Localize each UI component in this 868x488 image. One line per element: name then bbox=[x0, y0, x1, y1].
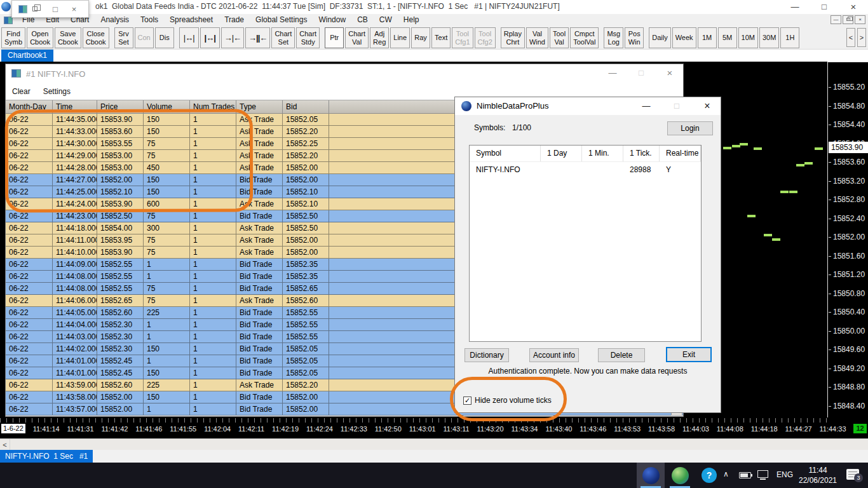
toolbar-group-1: FindSymbOpenCbookSaveCbookCloseCbook bbox=[1, 27, 109, 48]
restore-icon[interactable] bbox=[32, 6, 37, 11]
dialog-minimize-button[interactable]: — bbox=[636, 98, 656, 114]
dis-button[interactable]: Dis bbox=[155, 27, 174, 48]
horizontal-scrollbar[interactable]: < bbox=[0, 438, 868, 450]
compress-bars-bold-icon[interactable]: →||← bbox=[245, 27, 270, 48]
srv-set-button[interactable]: SrvSet bbox=[114, 27, 133, 48]
mdi-minimize-button[interactable]: — bbox=[831, 15, 841, 24]
help-tray-icon[interactable]: ? bbox=[702, 468, 717, 483]
clock[interactable]: 11:44 22/06/2021 bbox=[796, 465, 840, 485]
notification-center-icon[interactable]: 3 bbox=[846, 469, 859, 480]
1m-button[interactable]: 1M bbox=[698, 27, 717, 48]
network-icon[interactable] bbox=[757, 470, 768, 478]
daily-button[interactable]: Daily bbox=[649, 27, 670, 48]
menu-help[interactable]: Help bbox=[398, 14, 425, 26]
menu-tools[interactable]: Tools bbox=[135, 14, 164, 26]
chart-stdy-button[interactable]: ChartStdy bbox=[296, 27, 320, 48]
ray-button[interactable]: Ray bbox=[411, 27, 430, 48]
30m-button[interactable]: 30M bbox=[759, 27, 779, 48]
bar-spacing-wide-icon[interactable]: |↔| bbox=[200, 27, 220, 48]
tab-chartbook1[interactable]: Chartbook1 bbox=[1, 50, 53, 62]
dialog-close-button[interactable]: × bbox=[697, 98, 717, 114]
menu-analysis[interactable]: Analysis bbox=[95, 14, 135, 26]
compress-bars-icon[interactable]: →|← bbox=[221, 27, 244, 48]
cell-price: 15852.60 bbox=[97, 379, 144, 391]
menu-global-settings[interactable]: Global Settings bbox=[250, 14, 313, 26]
chart-val-button[interactable]: ChartVal bbox=[345, 27, 369, 48]
mini-close-button[interactable]: × bbox=[72, 4, 77, 14]
delete-button[interactable]: Delete bbox=[598, 348, 645, 362]
msg-log-button[interactable]: MsgLog bbox=[604, 27, 623, 48]
1h-button[interactable]: 1H bbox=[780, 27, 799, 48]
text-button[interactable]: Text bbox=[431, 27, 451, 48]
tab-nifty-1sec[interactable]: NIFTY-I.NFO 1 Sec #1 bbox=[0, 450, 93, 463]
list-header-real-time[interactable]: Real-time bbox=[660, 146, 701, 161]
column-header-bid[interactable]: Bid bbox=[283, 100, 329, 113]
toolbar-scroll-left-button[interactable]: < bbox=[846, 28, 855, 47]
scroll-left-button[interactable]: < bbox=[0, 439, 10, 450]
floating-mini-window[interactable]: □ × bbox=[11, 0, 89, 18]
cell-price: 15852.60 bbox=[97, 307, 144, 319]
list-header-symbol[interactable]: Symbol bbox=[470, 146, 541, 161]
time-label: 11:42:04 bbox=[204, 425, 231, 433]
time-label: 11:43:34 bbox=[511, 425, 538, 433]
symbol-list[interactable]: Symbol1 Day1 Min.1 Tick.Real-time NIFTY-… bbox=[469, 145, 702, 342]
restore-icon bbox=[846, 18, 850, 21]
chart-window-minimize-button[interactable]: — bbox=[603, 67, 622, 79]
rplay-chrt-button[interactable]: RplayChrt bbox=[501, 27, 525, 48]
pos-win-button[interactable]: PosWin bbox=[625, 27, 644, 48]
taskbar-app-browser[interactable] bbox=[666, 463, 694, 488]
week-button[interactable]: Week bbox=[672, 27, 696, 48]
dictionary-button[interactable]: Dictionary bbox=[465, 348, 509, 362]
cell-volume: 75 bbox=[144, 295, 190, 307]
tray-chevron-up-icon[interactable]: ∧ bbox=[723, 470, 729, 478]
menu-cb[interactable]: CB bbox=[351, 14, 374, 26]
chart-window-maximize-button[interactable]: □ bbox=[632, 67, 651, 79]
menu-trade[interactable]: Trade bbox=[219, 14, 250, 26]
menu-cw[interactable]: CW bbox=[374, 14, 398, 26]
minimize-button[interactable]: — bbox=[782, 0, 808, 14]
account-info-button[interactable]: Account info bbox=[529, 348, 579, 362]
dialog-maximize-button[interactable]: □ bbox=[667, 98, 687, 114]
time-label: 11:43:01 bbox=[409, 425, 436, 433]
menu-window[interactable]: Window bbox=[313, 14, 351, 26]
symbol-row[interactable]: NIFTY-I.NFO28988Y bbox=[470, 162, 701, 176]
5m-button[interactable]: 5M bbox=[718, 27, 737, 48]
list-header-1-day[interactable]: 1 Day bbox=[541, 146, 582, 161]
menu-spreadsheet[interactable]: Spreadsheet bbox=[164, 14, 219, 26]
val-wind-button[interactable]: ValWind bbox=[526, 27, 548, 48]
cell-volume: 150 bbox=[144, 391, 190, 403]
dialog-titlebar[interactable]: NimbleDataProPlus — □ × bbox=[455, 97, 721, 115]
exit-button[interactable]: Exit bbox=[666, 347, 712, 362]
taskbar-app-trading[interactable] bbox=[637, 463, 665, 488]
menu-clear[interactable]: Clear bbox=[6, 87, 37, 96]
chart-window-close-button[interactable]: × bbox=[660, 67, 679, 79]
10m-button[interactable]: 10M bbox=[738, 27, 758, 48]
cell-price: 15852.45 bbox=[97, 355, 144, 367]
language-indicator[interactable]: ENG bbox=[776, 470, 793, 479]
adj-reg-button[interactable]: AdjReg bbox=[370, 27, 389, 48]
chart-set-button[interactable]: ChartSet bbox=[271, 27, 295, 48]
mini-maximize-button[interactable]: □ bbox=[53, 4, 58, 14]
mdi-close-button[interactable]: × bbox=[855, 15, 865, 24]
bar-spacing-narrow-icon[interactable]: |↔| bbox=[179, 27, 199, 48]
open-cbook-button[interactable]: OpenCbook bbox=[27, 27, 53, 48]
cell-num-trades: 1 bbox=[190, 271, 236, 283]
mdi-restore-button[interactable] bbox=[843, 15, 853, 24]
find-symb-button[interactable]: FindSymb bbox=[1, 27, 25, 48]
ptr-button[interactable]: Ptr bbox=[325, 27, 344, 48]
battery-icon[interactable] bbox=[739, 472, 751, 478]
list-header-1-tick[interactable]: 1 Tick. bbox=[623, 146, 660, 161]
list-header-1-min[interactable]: 1 Min. bbox=[582, 146, 623, 161]
tool-val-button[interactable]: ToolVal bbox=[550, 27, 569, 48]
line-button[interactable]: Line bbox=[390, 27, 410, 48]
dialog-title: NimbleDataProPlus bbox=[477, 101, 548, 111]
login-button[interactable]: Login bbox=[667, 121, 713, 135]
close-cbook-button[interactable]: CloseCbook bbox=[83, 27, 109, 48]
cmpct-toolval-button[interactable]: CmpctToolVal bbox=[570, 27, 599, 48]
close-button[interactable]: × bbox=[840, 0, 867, 14]
menu-settings[interactable]: Settings bbox=[37, 87, 77, 96]
toolbar-scroll-right-button[interactable]: > bbox=[857, 28, 866, 47]
cell-type: Bid Trade bbox=[236, 355, 283, 367]
save-cbook-button[interactable]: SaveCbook bbox=[55, 27, 81, 48]
maximize-button[interactable]: □ bbox=[811, 0, 837, 14]
